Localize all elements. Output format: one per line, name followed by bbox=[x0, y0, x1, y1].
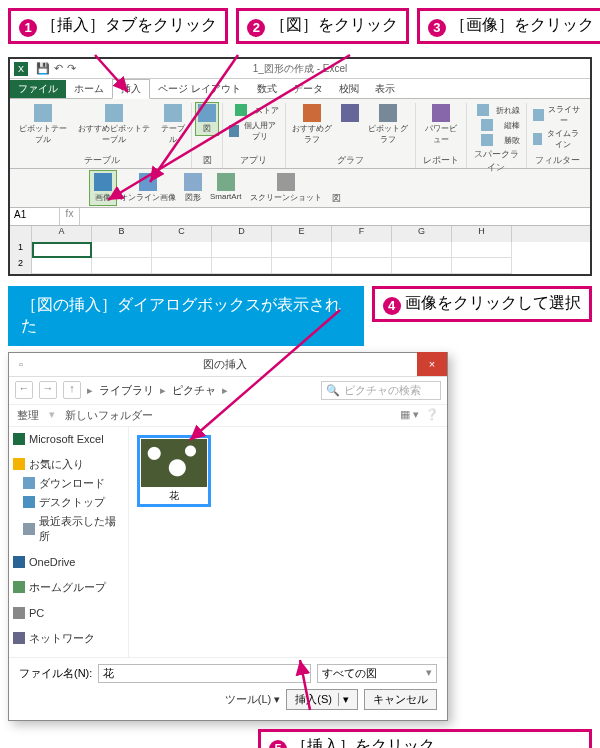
sidebar-favorites[interactable]: お気に入り bbox=[11, 455, 126, 474]
nav-back-button[interactable]: ← bbox=[15, 381, 33, 399]
help-button[interactable]: ❔ bbox=[425, 408, 439, 423]
save-icon[interactable]: 💾 bbox=[36, 62, 50, 75]
nav-up-button[interactable]: ↑ bbox=[63, 381, 81, 399]
dialog-file-area[interactable]: 花 bbox=[129, 427, 447, 657]
cmd-myapps[interactable]: 個人用アプリ bbox=[227, 119, 280, 143]
cmd-pivottable[interactable]: ピボットテーブル bbox=[16, 103, 70, 146]
cell-B2[interactable] bbox=[92, 258, 152, 274]
filename-field[interactable]: 花▾ bbox=[98, 664, 311, 683]
col-E[interactable]: E bbox=[272, 226, 332, 242]
sidebar-onedrive[interactable]: OneDrive bbox=[11, 554, 126, 570]
newfolder-button[interactable]: 新しいフォルダー bbox=[65, 408, 153, 423]
dialog-titlebar: ▫ 図の挿入 × bbox=[9, 353, 447, 377]
fx-icon[interactable]: fx bbox=[60, 208, 80, 225]
quick-access[interactable]: 💾 ↶ ↷ bbox=[32, 62, 80, 75]
sidebar-desktop[interactable]: デスクトップ bbox=[11, 493, 126, 512]
col-C[interactable]: C bbox=[152, 226, 212, 242]
row-2-header[interactable]: 2 bbox=[10, 258, 32, 274]
sidebar-recent[interactable]: 最近表示した場所 bbox=[11, 512, 126, 546]
cancel-button[interactable]: キャンセル bbox=[364, 689, 437, 710]
sidebar-homegroup[interactable]: ホームグループ bbox=[11, 578, 126, 597]
tab-formulas[interactable]: 数式 bbox=[249, 80, 285, 98]
tools-button[interactable]: ツール(L) ▾ bbox=[225, 692, 281, 707]
cmd-illustrations[interactable]: 図 bbox=[196, 103, 218, 135]
group-reports-label: レポート bbox=[420, 154, 462, 168]
file-thumbnail-selected[interactable]: 花 bbox=[137, 435, 211, 507]
group-sparklines: 折れ線 縦棒 勝敗 スパークライン bbox=[467, 103, 527, 168]
sidebar-pc[interactable]: PC bbox=[11, 605, 126, 621]
breadcrumb-2[interactable]: ピクチャ bbox=[172, 383, 216, 398]
row-1-header[interactable]: 1 bbox=[10, 242, 32, 258]
gallery-shapes[interactable]: 図形 bbox=[180, 171, 206, 205]
tab-file[interactable]: ファイル bbox=[10, 80, 66, 98]
search-placeholder: ピクチャの検索 bbox=[344, 383, 421, 398]
cmd-rec-charts[interactable]: おすすめグラフ bbox=[290, 103, 336, 146]
filetype-filter[interactable]: すべての図▾ bbox=[317, 664, 437, 683]
cell-E2[interactable] bbox=[272, 258, 332, 274]
group-charts-label: グラフ bbox=[290, 154, 411, 168]
cell-A2[interactable] bbox=[32, 258, 92, 274]
sidebar-downloads[interactable]: ダウンロード bbox=[11, 474, 126, 493]
sidebar-excel[interactable]: Microsoft Excel bbox=[11, 431, 126, 447]
excel-icon: X bbox=[14, 62, 28, 76]
col-G[interactable]: G bbox=[392, 226, 452, 242]
cell-C1[interactable] bbox=[152, 242, 212, 258]
cell-C2[interactable] bbox=[152, 258, 212, 274]
cmd-rec-pivottable[interactable]: おすすめピボットテーブル bbox=[74, 103, 154, 146]
breadcrumb-1[interactable]: ライブラリ bbox=[99, 383, 154, 398]
cmd-store[interactable]: ストア bbox=[227, 103, 280, 118]
group-illus-label: 図 bbox=[196, 154, 218, 168]
cmd-pivotchart[interactable]: ピボットグラフ bbox=[365, 103, 411, 146]
cell-D2[interactable] bbox=[212, 258, 272, 274]
col-D[interactable]: D bbox=[212, 226, 272, 242]
insert-dropdown-icon[interactable]: ▾ bbox=[338, 693, 349, 706]
col-A[interactable]: A bbox=[32, 226, 92, 242]
redo-icon[interactable]: ↷ bbox=[67, 62, 76, 75]
insert-button[interactable]: 挿入(S)▾ bbox=[286, 689, 358, 710]
tab-insert[interactable]: 挿入 bbox=[112, 79, 150, 99]
cmd-slicer[interactable]: スライサー bbox=[531, 103, 584, 127]
formula-input[interactable] bbox=[80, 208, 590, 225]
cell-F2[interactable] bbox=[332, 258, 392, 274]
gallery-screenshot[interactable]: スクリーンショット bbox=[246, 171, 326, 205]
tab-home[interactable]: ホーム bbox=[66, 80, 112, 98]
cell-A1[interactable] bbox=[32, 242, 92, 258]
tab-data[interactable]: データ bbox=[285, 80, 331, 98]
col-F[interactable]: F bbox=[332, 226, 392, 242]
gallery-online-picture[interactable]: オンライン画像 bbox=[116, 171, 180, 205]
tab-pagelayout[interactable]: ページ レイアウト bbox=[150, 80, 249, 98]
cmd-powerview[interactable]: パワービュー bbox=[420, 103, 462, 146]
tab-view[interactable]: 表示 bbox=[367, 80, 403, 98]
tab-review[interactable]: 校閲 bbox=[331, 80, 367, 98]
cmd-table[interactable]: テーブル bbox=[158, 103, 187, 146]
nav-fwd-button[interactable]: → bbox=[39, 381, 57, 399]
cmd-sparkline-col[interactable]: 縦棒 bbox=[471, 118, 522, 133]
close-button[interactable]: × bbox=[417, 352, 447, 376]
cell-H2[interactable] bbox=[452, 258, 512, 274]
search-input[interactable]: 🔍 ピクチャの検索 bbox=[321, 381, 441, 400]
cell-B1[interactable] bbox=[92, 242, 152, 258]
cmd-chart-gallery[interactable] bbox=[339, 103, 361, 146]
cell-H1[interactable] bbox=[452, 242, 512, 258]
view-mode-button[interactable]: ▦ ▾ bbox=[400, 408, 419, 423]
gallery-picture[interactable]: 画像 bbox=[90, 171, 116, 205]
col-H[interactable]: H bbox=[452, 226, 512, 242]
cell-D1[interactable] bbox=[212, 242, 272, 258]
group-tables-label: テーブル bbox=[16, 154, 187, 168]
gallery-smartart[interactable]: SmartArt bbox=[206, 171, 246, 205]
cmd-timeline[interactable]: タイムライン bbox=[531, 127, 584, 151]
sidebar-network[interactable]: ネットワーク bbox=[11, 629, 126, 648]
undo-icon[interactable]: ↶ bbox=[54, 62, 63, 75]
cmd-sparkline-wl[interactable]: 勝敗 bbox=[471, 133, 522, 148]
cell-G1[interactable] bbox=[392, 242, 452, 258]
organize-button[interactable]: 整理 bbox=[17, 408, 39, 423]
dialog-nav: ← → ↑ ▸ ライブラリ ▸ ピクチャ ▸ 🔍 ピクチャの検索 bbox=[9, 377, 447, 405]
name-box[interactable]: A1 bbox=[10, 208, 60, 225]
callout-2-text: ［図］をクリック bbox=[270, 16, 398, 33]
cell-E1[interactable] bbox=[272, 242, 332, 258]
cell-F1[interactable] bbox=[332, 242, 392, 258]
cell-G2[interactable] bbox=[392, 258, 452, 274]
flower-image-icon bbox=[141, 439, 207, 487]
cmd-sparkline-line[interactable]: 折れ線 bbox=[471, 103, 522, 118]
col-B[interactable]: B bbox=[92, 226, 152, 242]
